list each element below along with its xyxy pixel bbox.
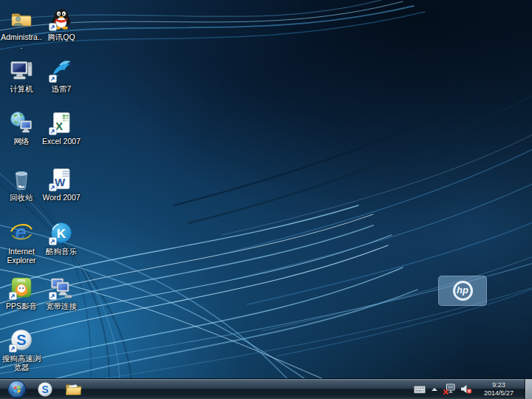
desktop-icon-recycle-bin[interactable]: 回收站 — [0, 167, 43, 202]
desktop-icon-computer[interactable]: 计算机 — [0, 58, 43, 93]
svg-text:S: S — [16, 332, 26, 348]
icon-label: Administra... — [0, 33, 43, 50]
icon-label: 计算机 — [10, 84, 33, 93]
internet-explorer-icon: e — [10, 221, 33, 245]
taskbar-button-sogou-browser[interactable]: S — [31, 379, 59, 399]
sogou-browser-icon: S — [37, 381, 53, 398]
shortcut-arrow-icon — [9, 344, 17, 352]
svg-text:PPS: PPS — [17, 279, 25, 283]
taskbar: S — [0, 378, 532, 399]
explorer-folder-icon — [64, 380, 83, 398]
desktop-icon-broadband-connection[interactable]: 宽带连接 — [39, 276, 83, 310]
show-desktop-button[interactable] — [525, 379, 532, 399]
hp-logo-icon: hp — [453, 281, 473, 301]
desktop-icon-sogou-browser[interactable]: S 搜狗高速浏览器 — [0, 328, 43, 372]
shortcut-arrow-icon — [49, 292, 57, 300]
shortcut-arrow-icon — [49, 183, 57, 191]
clock-time: 9:23 — [480, 381, 518, 389]
icon-label: PPS影音 — [6, 301, 37, 310]
icon-label: Word 2007 — [42, 193, 80, 202]
icon-label: Excel 2007 — [42, 137, 81, 146]
shortcut-arrow-icon — [9, 292, 17, 300]
taskbar-button-windows-explorer[interactable] — [59, 379, 87, 399]
desktop-icon-network[interactable]: 网络 — [0, 111, 43, 146]
icon-label: 回收站 — [10, 193, 33, 202]
svg-text:K: K — [57, 227, 66, 241]
desktop-icon-internet-explorer[interactable]: e Internet Explorer — [0, 221, 43, 265]
network-globe-icon — [10, 111, 33, 134]
volume-muted-icon[interactable] — [460, 384, 472, 394]
start-button[interactable] — [3, 379, 31, 399]
desktop-icon-word-2007[interactable]: W Word 2007 — [39, 167, 83, 202]
desktop-icon-kugou-music[interactable]: K 酷狗音乐 — [39, 221, 83, 256]
shortcut-arrow-icon — [49, 75, 57, 83]
hp-logo-text: hp — [457, 285, 468, 295]
desktop-icon-xunlei7[interactable]: 迅雷7 — [39, 58, 83, 93]
windows-orb-icon — [7, 380, 27, 399]
svg-text:S: S — [41, 383, 48, 395]
clock-date: 2014/5/27 — [480, 389, 518, 398]
network-disconnected-icon[interactable] — [443, 383, 455, 395]
show-hidden-icons-arrow[interactable] — [431, 387, 438, 392]
user-folder-icon — [10, 7, 33, 30]
desktop-icon-pps[interactable]: PPS PPS影音 — [0, 276, 43, 310]
icon-label: 酷狗音乐 — [46, 247, 77, 256]
hp-logo-badge: hp — [438, 276, 487, 306]
desktop-icon-tencent-qq[interactable]: 腾讯QQ — [39, 7, 83, 41]
desktop-icon-administrator-folder[interactable]: Administra... — [0, 7, 43, 50]
icon-label: 网络 — [14, 137, 30, 146]
shortcut-arrow-icon — [49, 127, 57, 135]
icon-label: 迅雷7 — [52, 84, 72, 93]
windows7-desktop-screen: hp Administra... 计 — [0, 0, 532, 399]
system-tray: 9:23 2014/5/27 — [414, 379, 532, 399]
recycle-bin-icon — [10, 167, 33, 191]
tray-clock[interactable]: 9:23 2014/5/27 — [480, 381, 518, 398]
computer-icon — [10, 58, 33, 82]
icon-label: Internet Explorer — [0, 247, 43, 265]
desktop: hp Administra... 计 — [0, 0, 532, 378]
icon-label: 搜狗高速浏览器 — [0, 354, 43, 372]
ime-keyboard-icon[interactable] — [414, 385, 426, 394]
icon-label: 宽带连接 — [46, 301, 77, 310]
shortcut-arrow-icon — [49, 23, 57, 31]
desktop-icon-excel-2007[interactable]: X Excel 2007 — [39, 111, 83, 146]
icon-label: 腾讯QQ — [47, 33, 75, 41]
shortcut-arrow-icon — [49, 237, 57, 245]
